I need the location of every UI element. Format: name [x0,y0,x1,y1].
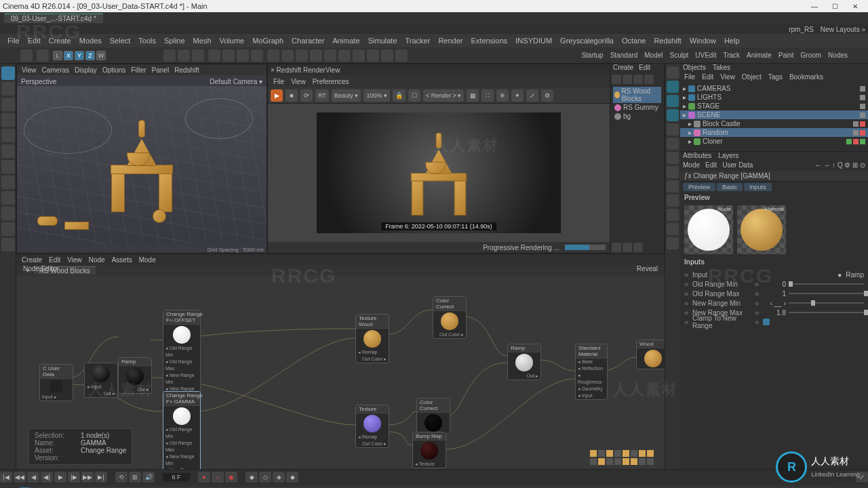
item-simulate[interactable]: Simulate [365,37,401,45]
edges-icon[interactable] [1,176,15,189]
paint-icon[interactable] [667,237,679,249]
item-layers[interactable]: Layers [718,152,738,161]
tl-◇[interactable]: ◇ [259,472,271,483]
viewport-camera[interactable]: Default Camera ▾ [210,78,262,85]
param-old-range-min[interactable]: ○Old Range Min○0 [684,279,864,289]
item-tracker[interactable]: Tracker [402,37,434,45]
item-extensions[interactable]: Extensions [467,37,511,45]
timeline-track[interactable]: 0 F 0306090120150180210240 240 F [0,485,868,488]
item-basic[interactable]: Basic [717,183,743,191]
material-bg[interactable]: bg [613,112,661,121]
item-edit[interactable]: Edit [46,256,63,264]
axis-w[interactable]: W [96,51,106,60]
denoise-icon[interactable]: ✦ [511,89,524,102]
render-target[interactable]: < Render > ▾ [423,89,465,102]
star-icon[interactable] [667,152,679,164]
item-modes[interactable]: Modes [76,37,105,45]
material-rs-wood-blocks[interactable]: RS Wood Blocks [613,87,661,103]
item-create[interactable]: Create [19,256,45,264]
expand-icon[interactable]: ⤢ [526,89,538,102]
item-character[interactable]: Character [288,37,328,45]
light-icon[interactable] [667,195,679,207]
view1-icon[interactable] [612,243,621,252]
item-edit[interactable]: Edit [701,73,715,83]
snapshot-icon[interactable]: ▦ [467,89,479,102]
item-view[interactable]: View [64,256,85,264]
item-new-layouts-[interactable]: New Layouts » [821,26,865,33]
ipr-stop-icon[interactable]: ■ [285,89,298,102]
node-bump[interactable]: Bump Map ◂ Texture [412,432,446,468]
primitive-icon[interactable] [667,81,679,93]
tree-cloner[interactable]: ▸Cloner [680,137,868,146]
node-userdata[interactable]: C User Data Input ▸ [39,364,73,401]
brush-icon[interactable] [1,207,15,220]
param-old-range-max[interactable]: ○Old Range Max○1 [684,289,864,298]
item-animate[interactable]: Animate [329,37,363,45]
lock-icon[interactable]: 🔒 [393,89,406,102]
deformer-icon[interactable] [310,49,322,62]
item-attributes[interactable]: Attributes [683,152,711,161]
item-groom[interactable]: Groom [801,52,822,59]
tl-◆[interactable]: ◆ [245,472,258,483]
scale-tool-icon[interactable] [1,129,15,142]
field-icon[interactable] [324,49,336,62]
sampling-dropdown[interactable]: 100% ▾ [363,89,390,102]
tl-|▶[interactable]: |▶ [68,472,80,483]
tl-◆[interactable]: ◆ [286,472,298,483]
refresh-icon[interactable]: ⟳ [300,89,313,102]
knife-icon[interactable] [1,222,15,236]
aov-dropdown[interactable]: Beauty ▾ [332,89,361,102]
region-icon[interactable]: ☐ [408,89,420,102]
item-nodes[interactable]: Nodes [828,52,848,59]
item-mograph[interactable]: MoGraph [249,37,287,45]
item-create[interactable]: Create [610,64,636,73]
item-node[interactable]: Node [86,256,108,264]
item-edit[interactable]: Edit [636,64,653,73]
tl-⟲[interactable]: ⟲ [115,472,127,483]
rect-select-icon[interactable] [1,82,15,96]
placement-icon[interactable] [1,144,15,158]
item-takes[interactable]: Takes [713,64,730,73]
item-object[interactable]: Object [741,73,763,83]
object-tree[interactable]: ▸CAMERAS▸LIGHTS▸STAGE▸SCENE▸Block Castle… [680,83,868,147]
item-volume[interactable]: Volume [216,37,248,45]
tl-▶[interactable]: ▶ [54,472,66,483]
node-texture-wood[interactable]: Texture Wood ◂ RemapOut Color ▸ [355,314,389,363]
node-gamma[interactable]: Change Range F> GAMMA ◂ Old Range Min◂ O… [163,391,201,469]
view2-icon[interactable] [623,243,632,252]
item-bookmarks[interactable]: Bookmarks [788,73,825,83]
tl-○[interactable]: ○ [212,472,224,483]
camera-icon[interactable] [338,49,351,62]
cloner-icon[interactable] [381,49,393,62]
item-select[interactable]: Select [106,37,134,45]
workplane-icon[interactable] [222,49,235,62]
item-objects[interactable]: Objects [683,64,706,73]
undo-icon[interactable] [20,49,33,62]
node-ramp1[interactable]: Ramp Out ▸ [118,357,152,394]
attributes-menu-right[interactable]: ← → ↑ Q ⚙ ⊞ ⊙ [815,161,865,171]
item-user-data[interactable]: User Data [722,161,753,171]
snap-icon[interactable] [208,49,220,62]
item-mode[interactable]: Mode [683,161,700,171]
tag-icon[interactable] [667,223,679,235]
item-file[interactable]: File [271,78,287,85]
scale-icon[interactable] [192,49,204,62]
effector-icon[interactable] [667,138,679,150]
item-display[interactable]: Display [73,66,99,74]
item-spline[interactable]: Spline [161,37,189,45]
item-window[interactable]: Window [686,37,719,45]
settings-icon[interactable]: ⚙ [541,89,553,102]
tree-lights[interactable]: ▸LIGHTS [680,93,868,102]
item-edit[interactable]: Edit [705,161,717,171]
polygons-icon[interactable] [1,191,15,205]
item-preferences[interactable]: Preferences [310,78,352,85]
clock-icon[interactable] [667,209,679,221]
render-canvas[interactable]: Frame 6: 2022-05-10 09:07:11 (14.90s) [268,104,610,242]
item-startup[interactable]: Startup [581,52,603,59]
generator-icon[interactable] [296,49,308,62]
item-panel[interactable]: Panel [150,66,172,74]
tl-◀|[interactable]: ◀| [41,472,53,483]
func-icon[interactable] [633,75,643,84]
item-model[interactable]: Model [644,52,663,59]
item-file[interactable]: File [4,37,23,45]
